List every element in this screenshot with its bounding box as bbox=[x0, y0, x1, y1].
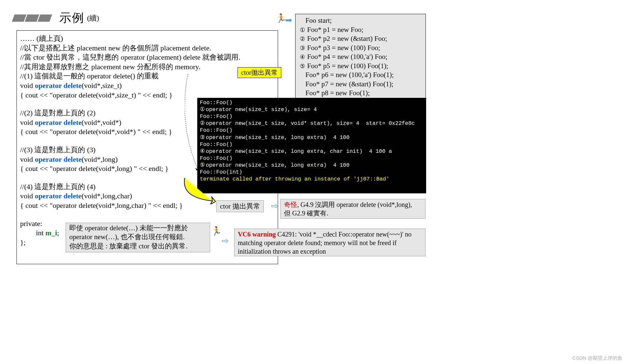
arrow-right-icon: ➡ bbox=[285, 15, 292, 25]
note-vc6: VC6 warning C4291: 'void *__cdecl Foo::o… bbox=[234, 229, 425, 256]
line: //(1) 這個就是一般的 operator delete() 的重載 bbox=[20, 71, 274, 81]
member: m_i bbox=[46, 229, 57, 237]
usage-code-block: Foo start; ① Foo* p1 = new Foo; ② Foo* p… bbox=[295, 14, 426, 101]
line: ⑤ Foo* p5 = new (100) Foo(1); bbox=[299, 62, 422, 71]
watermark: CSDN @期望上岸的鱼 bbox=[572, 355, 622, 361]
note-g49: 奇怪, G4.9 沒調用 operator delete (void*,long… bbox=[280, 199, 425, 219]
ctor-throw-label: ctor拋出異常 bbox=[237, 67, 281, 78]
keyword: operator delete bbox=[35, 155, 82, 163]
line: ③ Foo* p3 = new (100) Foo; bbox=[299, 43, 422, 53]
line: ② Foo* p2 = new (&start) Foo; bbox=[299, 34, 422, 43]
line: //其用途是釋放對應之 placement new 分配所得的 memory. bbox=[20, 62, 274, 72]
runner-icon: 🏃 bbox=[211, 226, 222, 236]
inner-note: 即使 operator delete(…) 未能一一對應於 operator n… bbox=[66, 223, 210, 252]
keyword: operator delet bbox=[35, 192, 78, 200]
yellow-arrow-icon bbox=[183, 175, 216, 204]
keyword: operator delete bbox=[35, 118, 82, 126]
line: ① Foo* p1 = new Foo; bbox=[299, 25, 422, 35]
line: ④ Foo* p4 = new (100,'a') Foo; bbox=[299, 52, 422, 62]
line: 即使 operator delete(…) 未能一一對應於 bbox=[69, 224, 206, 233]
header-bars-icon bbox=[12, 14, 52, 22]
header: 示例 (續) bbox=[13, 10, 99, 26]
subtitle: (續) bbox=[87, 13, 99, 23]
ctor-throw-note: ctor 拋出異常 bbox=[216, 200, 264, 212]
terminate-line: terminate called after throwing an insta… bbox=[200, 176, 389, 182]
line: …… (續上頁) bbox=[20, 34, 274, 43]
line: Foo* p6 = new (100,'a') Foo(1); bbox=[299, 70, 422, 80]
line: operator new(…), 也不會出現任何報錯. bbox=[69, 233, 206, 241]
line: Foo* p8 = new Foo(1); bbox=[299, 89, 422, 98]
line: //以下是搭配上述 placement new 的各個所謂 placement … bbox=[20, 43, 274, 53]
arrow-right-icon: ⇨ bbox=[271, 201, 278, 211]
line: Foo start; bbox=[299, 16, 422, 25]
line: 你的意思是 : 放棄處理 ctor 發出的異常. bbox=[69, 242, 206, 251]
line: void operator delete(void*,size_t) bbox=[20, 81, 274, 91]
arrow-right-icon: ⇨ bbox=[222, 236, 229, 246]
title: 示例 bbox=[59, 10, 84, 26]
strange-word: 奇怪 bbox=[284, 201, 297, 208]
line: //當 ctor 發出異常，這兒對應的 operator (placement)… bbox=[20, 53, 274, 62]
line: Foo* p7 = new (&start) Foo(1); bbox=[299, 80, 422, 89]
keyword: operator delete bbox=[35, 81, 82, 90]
console-output: Foo::Foo() ①operator new(size_t size), s… bbox=[197, 98, 426, 193]
vc6-warning: VC6 warning bbox=[238, 231, 276, 238]
